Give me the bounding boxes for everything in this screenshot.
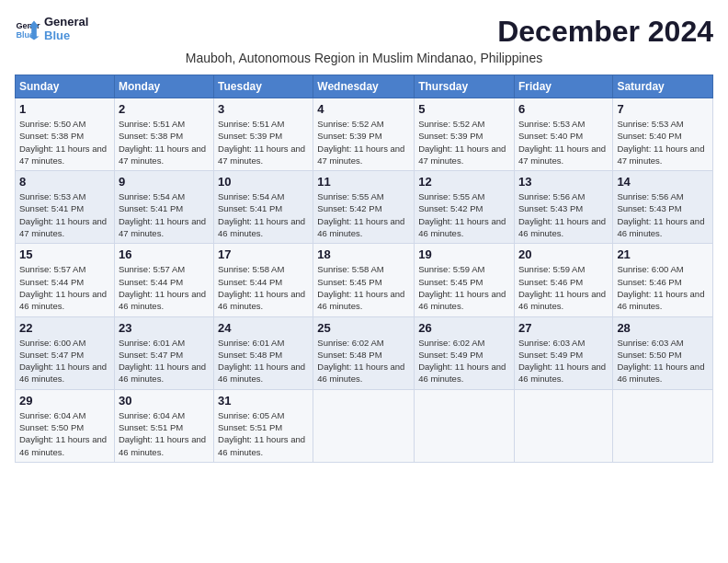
calendar-cell: 16 Sunrise: 5:57 AMSunset: 5:44 PMDaylig… bbox=[114, 244, 213, 316]
calendar-week-row: 29 Sunrise: 6:04 AMSunset: 5:50 PMDaylig… bbox=[16, 389, 713, 462]
calendar-cell: 22 Sunrise: 6:00 AMSunset: 5:47 PMDaylig… bbox=[16, 316, 115, 389]
location-title: Mauboh, Autonomous Region in Muslim Mind… bbox=[15, 51, 713, 65]
weekday-header-wednesday: Wednesday bbox=[313, 75, 415, 98]
calendar-cell: 19 Sunrise: 5:59 AMSunset: 5:45 PMDaylig… bbox=[415, 244, 515, 316]
weekday-header-sunday: Sunday bbox=[16, 75, 115, 98]
calendar-cell: 17 Sunrise: 5:58 AMSunset: 5:44 PMDaylig… bbox=[214, 244, 313, 316]
day-number: 25 bbox=[317, 321, 410, 335]
calendar-cell: 3 Sunrise: 5:51 AMSunset: 5:39 PMDayligh… bbox=[214, 98, 313, 171]
calendar-cell: 7 Sunrise: 5:53 AMSunset: 5:40 PMDayligh… bbox=[613, 98, 713, 171]
calendar-cell: 27 Sunrise: 6:03 AMSunset: 5:49 PMDaylig… bbox=[514, 316, 612, 389]
calendar-cell bbox=[514, 389, 612, 462]
day-info: Sunrise: 5:56 AMSunset: 5:43 PMDaylight:… bbox=[518, 190, 609, 239]
day-number: 30 bbox=[119, 394, 210, 408]
day-number: 18 bbox=[317, 247, 410, 261]
weekday-header-friday: Friday bbox=[514, 75, 612, 98]
day-number: 8 bbox=[19, 175, 110, 189]
weekday-header-thursday: Thursday bbox=[415, 75, 515, 98]
calendar-cell: 20 Sunrise: 5:59 AMSunset: 5:46 PMDaylig… bbox=[514, 244, 612, 316]
day-number: 16 bbox=[119, 247, 210, 261]
day-info: Sunrise: 5:51 AMSunset: 5:39 PMDaylight:… bbox=[218, 118, 309, 167]
day-info: Sunrise: 6:03 AMSunset: 5:49 PMDaylight:… bbox=[518, 337, 609, 385]
day-info: Sunrise: 6:02 AMSunset: 5:49 PMDaylight:… bbox=[418, 337, 510, 385]
day-number: 13 bbox=[518, 175, 609, 189]
day-number: 22 bbox=[19, 321, 110, 335]
day-number: 29 bbox=[19, 394, 110, 408]
day-info: Sunrise: 5:54 AMSunset: 5:41 PMDaylight:… bbox=[218, 190, 309, 239]
day-info: Sunrise: 6:04 AMSunset: 5:50 PMDaylight:… bbox=[19, 409, 110, 458]
day-number: 20 bbox=[518, 247, 609, 261]
day-info: Sunrise: 6:03 AMSunset: 5:50 PMDaylight:… bbox=[617, 337, 709, 385]
calendar-table: SundayMondayTuesdayWednesdayThursdayFrid… bbox=[15, 75, 713, 463]
day-info: Sunrise: 5:53 AMSunset: 5:40 PMDaylight:… bbox=[518, 118, 609, 167]
logo-text: General Blue bbox=[44, 15, 88, 42]
day-info: Sunrise: 6:01 AMSunset: 5:48 PMDaylight:… bbox=[218, 337, 309, 385]
calendar-cell: 12 Sunrise: 5:55 AMSunset: 5:42 PMDaylig… bbox=[415, 171, 515, 244]
day-number: 31 bbox=[218, 394, 309, 408]
top-row: General Blue General Blue December 2024 bbox=[15, 15, 713, 49]
day-info: Sunrise: 5:59 AMSunset: 5:46 PMDaylight:… bbox=[518, 263, 609, 312]
day-number: 21 bbox=[617, 247, 709, 261]
day-info: Sunrise: 5:53 AMSunset: 5:41 PMDaylight:… bbox=[19, 190, 110, 239]
day-info: Sunrise: 5:57 AMSunset: 5:44 PMDaylight:… bbox=[19, 263, 110, 312]
calendar-cell: 4 Sunrise: 5:52 AMSunset: 5:39 PMDayligh… bbox=[313, 98, 415, 171]
day-info: Sunrise: 5:53 AMSunset: 5:40 PMDaylight:… bbox=[617, 118, 709, 167]
day-number: 10 bbox=[218, 175, 309, 189]
calendar-week-row: 8 Sunrise: 5:53 AMSunset: 5:41 PMDayligh… bbox=[16, 171, 713, 244]
calendar-cell: 9 Sunrise: 5:54 AMSunset: 5:41 PMDayligh… bbox=[114, 171, 213, 244]
calendar-cell: 5 Sunrise: 5:52 AMSunset: 5:39 PMDayligh… bbox=[415, 98, 515, 171]
day-number: 2 bbox=[119, 102, 210, 116]
day-number: 26 bbox=[418, 321, 510, 335]
day-number: 5 bbox=[418, 102, 510, 116]
day-number: 28 bbox=[617, 321, 709, 335]
calendar-cell: 28 Sunrise: 6:03 AMSunset: 5:50 PMDaylig… bbox=[613, 316, 713, 389]
calendar-cell: 8 Sunrise: 5:53 AMSunset: 5:41 PMDayligh… bbox=[16, 171, 115, 244]
calendar-cell: 1 Sunrise: 5:50 AMSunset: 5:38 PMDayligh… bbox=[16, 98, 115, 171]
day-info: Sunrise: 5:51 AMSunset: 5:38 PMDaylight:… bbox=[119, 118, 210, 167]
day-info: Sunrise: 6:04 AMSunset: 5:51 PMDaylight:… bbox=[119, 409, 210, 458]
calendar-cell bbox=[313, 389, 415, 462]
general-blue-logo-icon: General Blue bbox=[15, 16, 40, 41]
weekday-header-monday: Monday bbox=[114, 75, 213, 98]
day-number: 9 bbox=[119, 175, 210, 189]
day-info: Sunrise: 5:58 AMSunset: 5:44 PMDaylight:… bbox=[218, 263, 309, 312]
calendar-cell: 29 Sunrise: 6:04 AMSunset: 5:50 PMDaylig… bbox=[16, 389, 115, 462]
day-info: Sunrise: 5:59 AMSunset: 5:45 PMDaylight:… bbox=[418, 263, 510, 312]
calendar-cell: 31 Sunrise: 6:05 AMSunset: 5:51 PMDaylig… bbox=[214, 389, 313, 462]
day-info: Sunrise: 6:05 AMSunset: 5:51 PMDaylight:… bbox=[218, 409, 309, 458]
day-info: Sunrise: 5:50 AMSunset: 5:38 PMDaylight:… bbox=[19, 118, 110, 167]
calendar-week-row: 15 Sunrise: 5:57 AMSunset: 5:44 PMDaylig… bbox=[16, 244, 713, 316]
calendar-cell: 14 Sunrise: 5:56 AMSunset: 5:43 PMDaylig… bbox=[613, 171, 713, 244]
day-info: Sunrise: 5:56 AMSunset: 5:43 PMDaylight:… bbox=[617, 190, 709, 239]
day-number: 15 bbox=[19, 247, 110, 261]
day-number: 27 bbox=[518, 321, 609, 335]
calendar-cell: 18 Sunrise: 5:58 AMSunset: 5:45 PMDaylig… bbox=[313, 244, 415, 316]
calendar-cell bbox=[415, 389, 515, 462]
day-info: Sunrise: 5:52 AMSunset: 5:39 PMDaylight:… bbox=[317, 118, 410, 167]
day-number: 19 bbox=[418, 247, 510, 261]
calendar-cell bbox=[613, 389, 713, 462]
calendar-cell: 30 Sunrise: 6:04 AMSunset: 5:51 PMDaylig… bbox=[114, 389, 213, 462]
day-info: Sunrise: 5:54 AMSunset: 5:41 PMDaylight:… bbox=[119, 190, 210, 239]
weekday-header-tuesday: Tuesday bbox=[214, 75, 313, 98]
day-info: Sunrise: 5:55 AMSunset: 5:42 PMDaylight:… bbox=[317, 190, 410, 239]
month-year-title: December 2024 bbox=[497, 15, 713, 49]
calendar-cell: 26 Sunrise: 6:02 AMSunset: 5:49 PMDaylig… bbox=[415, 316, 515, 389]
calendar-cell: 15 Sunrise: 5:57 AMSunset: 5:44 PMDaylig… bbox=[16, 244, 115, 316]
day-info: Sunrise: 6:00 AMSunset: 5:47 PMDaylight:… bbox=[19, 337, 110, 385]
day-info: Sunrise: 5:52 AMSunset: 5:39 PMDaylight:… bbox=[418, 118, 510, 167]
day-number: 23 bbox=[119, 321, 210, 335]
day-number: 6 bbox=[518, 102, 609, 116]
calendar-cell: 21 Sunrise: 6:00 AMSunset: 5:46 PMDaylig… bbox=[613, 244, 713, 316]
day-number: 17 bbox=[218, 247, 309, 261]
day-number: 1 bbox=[19, 102, 110, 116]
calendar-cell: 25 Sunrise: 6:02 AMSunset: 5:48 PMDaylig… bbox=[313, 316, 415, 389]
day-number: 11 bbox=[317, 175, 410, 189]
day-info: Sunrise: 5:55 AMSunset: 5:42 PMDaylight:… bbox=[418, 190, 510, 239]
day-info: Sunrise: 6:02 AMSunset: 5:48 PMDaylight:… bbox=[317, 337, 410, 385]
calendar-cell: 2 Sunrise: 5:51 AMSunset: 5:38 PMDayligh… bbox=[114, 98, 213, 171]
day-info: Sunrise: 6:01 AMSunset: 5:47 PMDaylight:… bbox=[119, 337, 210, 385]
calendar-week-row: 22 Sunrise: 6:00 AMSunset: 5:47 PMDaylig… bbox=[16, 316, 713, 389]
weekday-header-row: SundayMondayTuesdayWednesdayThursdayFrid… bbox=[16, 75, 713, 98]
day-info: Sunrise: 5:58 AMSunset: 5:45 PMDaylight:… bbox=[317, 263, 410, 312]
